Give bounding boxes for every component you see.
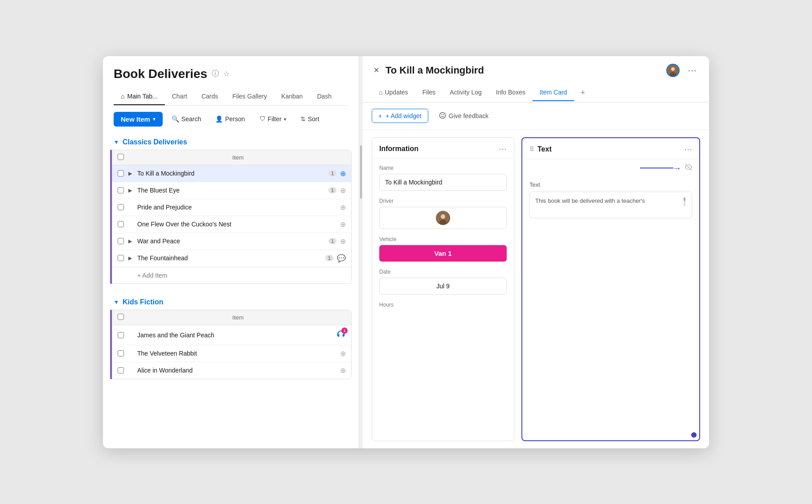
group-collapse-icon: ▼ xyxy=(114,139,119,145)
classics-table-header: Item xyxy=(112,150,351,165)
group-kids-fiction: ▼ Kids Fiction Item xyxy=(107,293,355,379)
avatar[interactable] xyxy=(666,64,680,77)
text-widget: ⠿ Text ⋯ → xyxy=(521,137,700,441)
add-tab-button[interactable]: + xyxy=(574,84,591,102)
row-checkbox[interactable] xyxy=(118,221,124,227)
table-row[interactable]: One Flew Over the Cuckoo's Nest ⊕ xyxy=(112,216,351,233)
date-value[interactable]: Jul 9 xyxy=(379,278,507,295)
drag-handle-icon[interactable]: ⠿ xyxy=(529,146,534,153)
table-row[interactable]: ▶ The Fountainhead 1 💬 xyxy=(112,250,351,267)
table-row[interactable]: Alice in Wonderland ⊕ xyxy=(112,362,351,379)
row-checkbox[interactable] xyxy=(118,187,124,193)
main-tabs: ⌂ Main Tab... Chart Cards Files Gallery … xyxy=(114,88,348,106)
row-item-name: The Bluest Eye xyxy=(137,187,326,194)
add-subitem-icon[interactable]: ⊕ xyxy=(336,237,346,246)
date-field: Date Jul 9 xyxy=(379,269,507,295)
add-widget-button[interactable]: + + Add widget xyxy=(372,109,428,123)
row-badge: 1 xyxy=(328,238,336,244)
add-subitem-icon[interactable]: 💬 xyxy=(333,254,346,262)
table-row[interactable]: ▶ To Kill a Mockingbird 1 ⊕ xyxy=(112,165,351,182)
row-item-name: Pride and Prejudice xyxy=(137,204,336,211)
filter-button[interactable]: ⛉ Filter ▾ xyxy=(254,112,291,126)
tab-info-boxes[interactable]: Info Boxes xyxy=(489,84,533,101)
tab-activity-log[interactable]: Activity Log xyxy=(443,84,489,101)
info-icon[interactable]: ⓘ xyxy=(212,69,219,78)
group-kids-fiction-header[interactable]: ▼ Kids Fiction xyxy=(107,293,355,310)
driver-input[interactable] xyxy=(379,207,507,229)
add-subitem-icon[interactable]: ⊕ xyxy=(336,366,346,375)
row-checkbox[interactable] xyxy=(118,204,124,210)
tab-chart[interactable]: Chart xyxy=(165,88,194,105)
table-row[interactable]: ▶ The Bluest Eye 1 ⊕ xyxy=(112,182,351,199)
tab-dash[interactable]: Dash xyxy=(310,88,339,105)
search-button[interactable]: 🔍 Search xyxy=(166,112,206,126)
row-badge: 1 xyxy=(325,255,333,261)
text-field-content[interactable]: This book will be delivered with a teach… xyxy=(529,192,692,218)
toolbar: New Item ▾ 🔍 Search 👤 Person ⛉ Filter ▾ xyxy=(103,106,359,133)
filter-chevron-icon: ▾ xyxy=(284,117,286,122)
row-expand-icon[interactable]: ▶ xyxy=(128,188,137,193)
table-row[interactable]: James and the Giant Peach 1 xyxy=(112,325,351,345)
add-item-button[interactable]: + Add Item xyxy=(112,267,351,283)
more-options-icon[interactable]: ⋯ xyxy=(684,63,700,78)
row-expand-icon[interactable]: ▶ xyxy=(128,171,137,176)
add-subitem-icon[interactable]: ⊕ xyxy=(336,169,346,178)
resize-handle[interactable] xyxy=(691,432,697,438)
row-checkbox[interactable] xyxy=(118,255,124,261)
select-all-classics[interactable] xyxy=(118,154,124,160)
add-subitem-icon[interactable]: ⊕ xyxy=(336,220,346,229)
detail-header-actions: ⋯ xyxy=(666,63,700,78)
row-checkbox[interactable] xyxy=(118,332,124,338)
hours-label: Hours xyxy=(379,302,507,308)
filter-icon: ⛉ xyxy=(259,115,266,123)
row-item-name: James and the Giant Peach xyxy=(137,332,332,339)
widgets-container: Information ⋯ Name Driver xyxy=(363,130,709,448)
tab-cards[interactable]: Cards xyxy=(194,88,225,105)
tab-main-table[interactable]: ⌂ Main Tab... xyxy=(114,88,165,105)
tab-files-gallery[interactable]: Files Gallery xyxy=(225,88,274,105)
add-subitem-icon[interactable]: ⊕ xyxy=(336,186,346,195)
hide-icon[interactable] xyxy=(685,164,692,172)
person-icon: 👤 xyxy=(215,115,223,123)
table-row[interactable]: Pride and Prejudice ⊕ xyxy=(112,199,351,216)
detail-panel: ✕ To Kill a Mockingbird ⋯ xyxy=(363,56,709,448)
tab-updates[interactable]: ⌂ Updates xyxy=(372,84,415,101)
svg-point-7 xyxy=(441,214,445,219)
row-checkbox[interactable] xyxy=(118,238,124,244)
group-classics-header[interactable]: ▼ Classics Deliveries xyxy=(107,133,355,150)
vehicle-value[interactable]: Van 1 xyxy=(379,245,507,262)
vehicle-field: Vehicle Van 1 xyxy=(379,236,507,262)
row-expand-icon[interactable]: ▶ xyxy=(128,255,137,261)
information-widget-header: Information ⋯ xyxy=(372,138,514,159)
select-all-kids[interactable] xyxy=(118,314,124,320)
person-button[interactable]: 👤 Person xyxy=(210,112,250,126)
name-field: Name xyxy=(379,165,507,191)
detail-title: To Kill a Mockingbird xyxy=(385,65,666,76)
sort-button[interactable]: ⇅ Sort xyxy=(295,112,325,126)
row-item-name: The Fountainhead xyxy=(137,254,323,262)
add-subitem-icon[interactable]: ⊕ xyxy=(336,349,346,358)
headphones-icon[interactable]: 1 xyxy=(332,329,346,341)
name-input[interactable] xyxy=(379,174,507,191)
hours-field: Hours xyxy=(379,302,507,308)
text-widget-title: ⠿ Text xyxy=(529,145,552,153)
detail-close-button[interactable]: ✕ xyxy=(372,64,381,76)
new-item-button[interactable]: New Item ▾ xyxy=(114,112,163,127)
widget-more-icon[interactable]: ⋯ xyxy=(499,144,507,154)
table-row[interactable]: The Velveteen Rabbit ⊕ xyxy=(112,345,351,362)
text-widget-more-icon[interactable]: ⋯ xyxy=(684,144,692,154)
tab-item-card[interactable]: Item Card xyxy=(533,84,574,101)
tab-kanban[interactable]: Kanban xyxy=(274,88,310,105)
row-checkbox[interactable] xyxy=(118,367,124,373)
star-icon[interactable]: ☆ xyxy=(223,70,230,78)
row-checkbox[interactable] xyxy=(118,170,124,176)
row-expand-icon[interactable]: ▶ xyxy=(128,238,137,244)
tab-files[interactable]: Files xyxy=(415,84,443,101)
search-icon: 🔍 xyxy=(172,115,179,123)
left-content: ▼ Classics Deliveries Item xyxy=(103,133,359,448)
add-subitem-icon[interactable]: ⊕ xyxy=(336,203,346,212)
table-row[interactable]: ▶ War and Peace 1 ⊕ xyxy=(112,233,351,250)
date-label: Date xyxy=(379,269,507,275)
give-feedback-button[interactable]: Give feedback xyxy=(434,109,494,123)
row-checkbox[interactable] xyxy=(118,350,124,356)
